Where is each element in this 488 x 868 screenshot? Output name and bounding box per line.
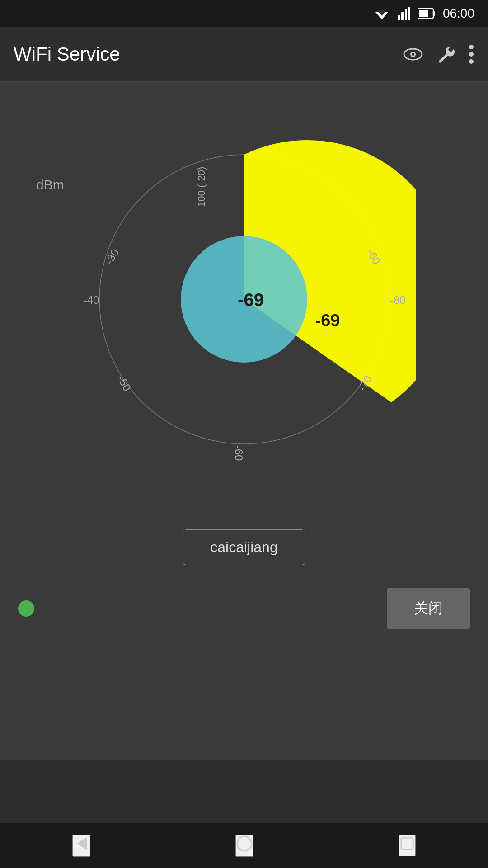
- scale-left: -40: [84, 294, 99, 306]
- scale-bottom: -60: [233, 445, 245, 461]
- back-button[interactable]: [72, 835, 90, 857]
- scale-left-lower: -50: [115, 373, 134, 393]
- scale-right: -80: [390, 294, 406, 306]
- app-bar: WiFi Service: [0, 27, 488, 81]
- app-bar-actions: [403, 44, 474, 64]
- svg-point-13: [469, 52, 474, 57]
- center-value: -69: [238, 290, 264, 310]
- wrench-icon: [436, 45, 455, 63]
- svg-rect-4: [405, 9, 407, 20]
- svg-point-12: [469, 45, 474, 49]
- svg-rect-8: [419, 10, 428, 17]
- home-icon: [236, 835, 253, 852]
- wifi-status-icon: [373, 7, 390, 20]
- eye-icon: [403, 46, 423, 62]
- arc-value: -69: [315, 311, 340, 330]
- more-icon: [468, 44, 474, 64]
- svg-rect-3: [401, 12, 404, 20]
- ssid-button[interactable]: caicaijiang: [183, 529, 305, 565]
- svg-rect-2: [398, 15, 400, 20]
- eye-button[interactable]: [403, 46, 423, 62]
- back-icon: [73, 835, 89, 852]
- svg-rect-5: [408, 7, 410, 20]
- status-bar: 06:00: [0, 0, 488, 27]
- page-title: WiFi Service: [14, 43, 394, 65]
- home-button[interactable]: [235, 835, 253, 857]
- scale-left-upper: -30: [103, 247, 121, 267]
- svg-marker-17: [77, 837, 87, 850]
- close-button[interactable]: 关闭: [387, 588, 470, 629]
- main-content: dBm -100 (-20) -30 -60 -40 -80: [0, 82, 488, 760]
- signal-icon: [398, 7, 410, 20]
- recents-icon: [399, 836, 415, 851]
- status-time: 06:00: [443, 6, 474, 21]
- battery-icon: [418, 8, 436, 19]
- recents-button[interactable]: [399, 835, 416, 856]
- radar-chart: -100 (-20) -30 -60 -40 -80 -50 -70 -60 -…: [72, 118, 416, 462]
- svg-point-11: [412, 53, 414, 56]
- more-options-button[interactable]: [468, 44, 474, 64]
- svg-point-14: [469, 59, 474, 64]
- svg-rect-19: [401, 838, 413, 849]
- svg-rect-7: [433, 11, 435, 16]
- nav-bar: [0, 823, 488, 868]
- wrench-button[interactable]: [436, 45, 455, 63]
- svg-point-18: [237, 836, 252, 851]
- status-icons: 06:00: [373, 6, 474, 21]
- chart-svg: -100 (-20) -30 -60 -40 -80 -50 -70 -60 -…: [72, 118, 416, 462]
- dbm-label: dBm: [36, 177, 64, 193]
- connection-status-dot: [18, 600, 34, 617]
- scale-top: -100 (-20): [196, 167, 207, 211]
- bottom-section: caicaijiang 关闭: [0, 529, 488, 629]
